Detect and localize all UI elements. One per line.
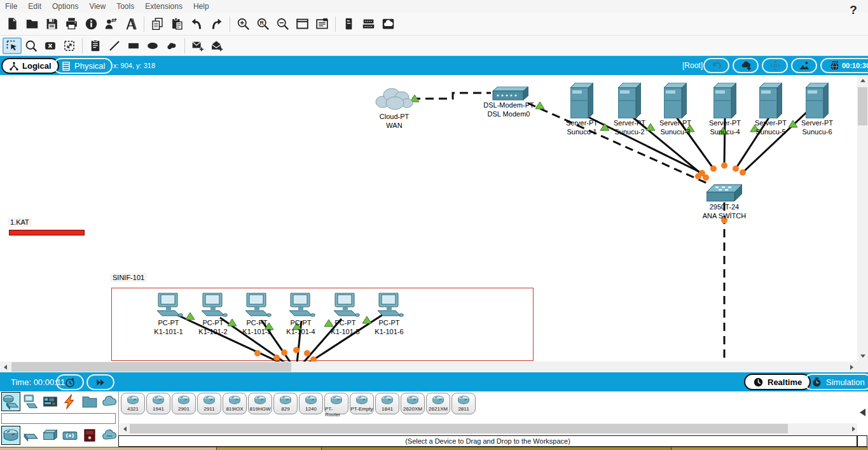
new-file-button[interactable] — [3, 15, 22, 33]
zoom-out-button[interactable] — [273, 15, 293, 33]
canvas-v-scrollbar[interactable] — [857, 75, 868, 372]
place-note-button[interactable] — [86, 38, 105, 54]
select-button[interactable] — [3, 38, 22, 54]
help-button[interactable]: ? — [846, 3, 860, 17]
resize-shape-button[interactable] — [60, 38, 79, 54]
model-pt-empty[interactable]: PT-Empty — [350, 393, 374, 414]
viewport-clock[interactable]: 00:10:30 — [820, 58, 868, 73]
menu-extensions[interactable]: Extensions — [145, 2, 183, 11]
open-folder-button[interactable] — [22, 15, 42, 33]
category-wan-emulation[interactable] — [100, 426, 119, 445]
model-2620xm[interactable]: 2620XM — [401, 393, 425, 414]
draw-rectangle-button[interactable] — [124, 38, 143, 54]
add-simple-pdu-button[interactable] — [188, 38, 207, 54]
tab-realtime[interactable]: Realtime — [744, 374, 811, 390]
set-tiled-background-button[interactable] — [791, 58, 817, 73]
category-components[interactable] — [41, 392, 60, 411]
floor-bar-shape[interactable] — [9, 230, 85, 236]
fast-forward-time-button[interactable] — [86, 374, 114, 390]
scroll-right-button[interactable] — [846, 362, 857, 372]
model-819iox[interactable]: 819IOX — [223, 393, 247, 414]
back-button[interactable] — [703, 58, 729, 73]
print-button[interactable] — [62, 15, 81, 33]
h-scroll-thumb[interactable] — [11, 362, 291, 372]
canvas-h-scrollbar[interactable] — [0, 362, 857, 372]
model-819hgw[interactable]: 819HGW — [248, 393, 272, 414]
workspace-canvas[interactable]: 1.KAT SINIF-101 Cloud-PTWANDSL-Modem-PTD… — [0, 75, 857, 362]
undo-button[interactable] — [187, 15, 207, 33]
delete-button[interactable] — [41, 38, 60, 54]
palette-h-scrollbar[interactable] — [120, 423, 857, 434]
model-2811[interactable]: 2811 — [451, 393, 476, 414]
cable-link-0[interactable] — [412, 93, 491, 99]
model-1240[interactable]: 1240 — [299, 393, 323, 414]
copy-button[interactable] — [148, 15, 167, 33]
model-829[interactable]: 829 — [273, 393, 298, 414]
menu-view[interactable]: View — [89, 2, 106, 11]
model-4321[interactable]: 4321 — [121, 393, 145, 414]
model-1941[interactable]: 1941 — [146, 393, 170, 414]
custom-devices-dialog-button[interactable] — [312, 15, 332, 33]
move-object-button[interactable] — [762, 58, 788, 73]
category-network-devices[interactable] — [1, 392, 20, 411]
new-cluster-button[interactable] — [733, 58, 759, 73]
scroll-left-button[interactable] — [0, 362, 11, 372]
multiuser-tower-button[interactable] — [121, 15, 141, 33]
collapse-palette-arrow[interactable] — [860, 409, 865, 416]
zoom-reset-button[interactable]: R — [253, 15, 273, 33]
room-label[interactable]: SINIF-101 — [110, 273, 147, 282]
activity-wizard-button[interactable] — [101, 15, 121, 33]
palette-scroll-right-button[interactable] — [848, 423, 859, 434]
add-complex-pdu-button[interactable] — [207, 38, 226, 54]
save-button[interactable] — [42, 15, 62, 33]
v-scroll-thumb[interactable] — [858, 87, 867, 125]
power-cycle-devices-button[interactable] — [56, 374, 84, 390]
device-cluster-button[interactable] — [359, 15, 378, 33]
menu-help[interactable]: Help — [193, 2, 209, 11]
scroll-down-button[interactable] — [857, 351, 868, 362]
category-hubs[interactable] — [41, 426, 60, 445]
menu-options[interactable]: Options — [52, 2, 78, 11]
tab-simulation[interactable]: Simulation — [804, 374, 868, 390]
device-dsl-modem0[interactable]: DSL-Modem-PTDSL Modem0 — [480, 87, 537, 118]
inspect-button[interactable] — [22, 38, 41, 54]
device-sunucu-3[interactable]: Server-PTSunucu-3 — [647, 83, 704, 136]
device-k1-101-6[interactable]: PC-PTK1-101-6 — [361, 293, 418, 336]
floor-label[interactable]: 1.KAT — [8, 218, 32, 227]
category-end-devices[interactable] — [21, 392, 40, 411]
device-wan[interactable]: Cloud-PTWAN — [366, 85, 423, 130]
scroll-up-button[interactable] — [857, 75, 868, 86]
category-routers[interactable] — [1, 426, 20, 445]
model-2911[interactable]: 2911 — [197, 393, 221, 414]
network-info-button[interactable] — [81, 15, 101, 33]
tab-physical[interactable]: Physical — [53, 58, 113, 74]
device-ana-swi̇tch[interactable]: 2950T-24ANA SWİTCH — [696, 183, 753, 220]
category-wireless-devices[interactable] — [60, 426, 79, 445]
palette-scroll-left-button[interactable] — [120, 423, 130, 434]
draw-ellipse-button[interactable] — [143, 38, 162, 54]
draw-freeform-button[interactable] — [162, 38, 181, 54]
menu-edit[interactable]: Edit — [28, 2, 41, 11]
palette-scroll-thumb[interactable] — [130, 424, 788, 433]
drawing-palette-button[interactable] — [293, 15, 312, 33]
zoom-in-button[interactable] — [233, 15, 253, 33]
cloud-services-button[interactable] — [378, 15, 398, 33]
model-pt-router[interactable]: PT-Router — [324, 393, 348, 414]
category-switches[interactable] — [21, 426, 40, 445]
category-connections[interactable] — [60, 392, 79, 411]
category-miscellaneous[interactable] — [80, 392, 99, 411]
redo-button[interactable] — [207, 15, 226, 33]
model-2901[interactable]: 2901 — [172, 393, 196, 414]
pdu-tower-button[interactable] — [339, 15, 359, 33]
category-multiuser[interactable] — [100, 392, 119, 411]
draw-line-button[interactable] — [105, 38, 124, 54]
category-security[interactable] — [80, 426, 99, 445]
menu-tools[interactable]: Tools — [116, 2, 134, 11]
tab-logical[interactable]: Logical — [1, 58, 59, 74]
paste-button[interactable] — [167, 15, 187, 33]
model-1841[interactable]: 1841 — [375, 393, 399, 414]
device-sunucu-6[interactable]: Server-PTSunucu-6 — [789, 83, 846, 136]
model-2621xm[interactable]: 2621XM — [426, 393, 450, 414]
modem-icon — [480, 87, 537, 101]
menu-file[interactable]: File — [5, 2, 17, 11]
